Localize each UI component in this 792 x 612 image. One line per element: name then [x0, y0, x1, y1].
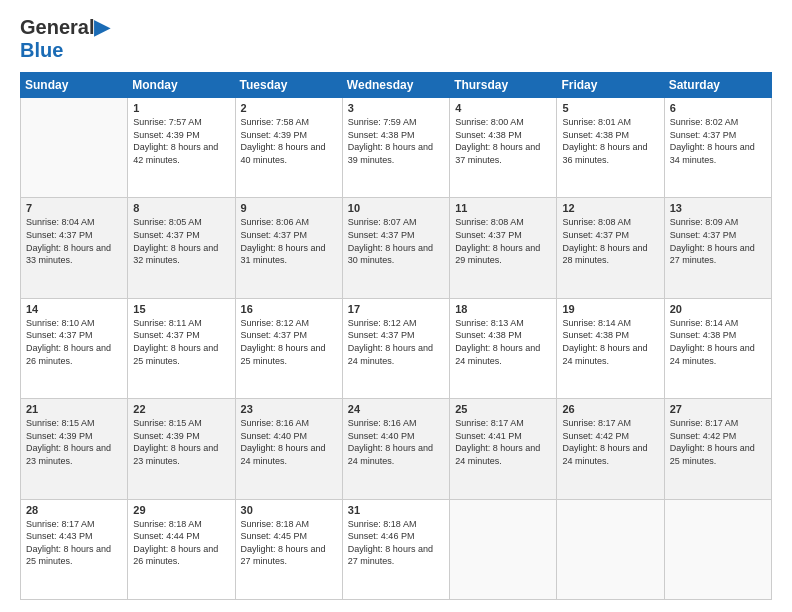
cell-info: Sunrise: 8:16 AMSunset: 4:40 PMDaylight:… — [348, 417, 444, 467]
page: General▶ Blue SundayMondayTuesdayWednesd… — [0, 0, 792, 612]
cell-info: Sunrise: 8:16 AMSunset: 4:40 PMDaylight:… — [241, 417, 337, 467]
calendar-week-row: 21 Sunrise: 8:15 AMSunset: 4:39 PMDaylig… — [21, 399, 772, 499]
day-number: 14 — [26, 303, 122, 315]
cell-info: Sunrise: 7:57 AMSunset: 4:39 PMDaylight:… — [133, 116, 229, 166]
calendar-cell — [557, 499, 664, 599]
cell-info: Sunrise: 8:18 AMSunset: 4:46 PMDaylight:… — [348, 518, 444, 568]
cell-info: Sunrise: 8:09 AMSunset: 4:37 PMDaylight:… — [670, 216, 766, 266]
day-number: 21 — [26, 403, 122, 415]
day-number: 5 — [562, 102, 658, 114]
calendar-cell: 17 Sunrise: 8:12 AMSunset: 4:37 PMDaylig… — [342, 298, 449, 398]
day-number: 24 — [348, 403, 444, 415]
calendar-cell: 24 Sunrise: 8:16 AMSunset: 4:40 PMDaylig… — [342, 399, 449, 499]
day-number: 30 — [241, 504, 337, 516]
day-number: 1 — [133, 102, 229, 114]
calendar-week-row: 7 Sunrise: 8:04 AMSunset: 4:37 PMDayligh… — [21, 198, 772, 298]
day-number: 23 — [241, 403, 337, 415]
calendar-cell: 25 Sunrise: 8:17 AMSunset: 4:41 PMDaylig… — [450, 399, 557, 499]
calendar-cell: 5 Sunrise: 8:01 AMSunset: 4:38 PMDayligh… — [557, 98, 664, 198]
calendar-day-header: Tuesday — [235, 73, 342, 98]
cell-info: Sunrise: 8:08 AMSunset: 4:37 PMDaylight:… — [455, 216, 551, 266]
cell-info: Sunrise: 8:06 AMSunset: 4:37 PMDaylight:… — [241, 216, 337, 266]
calendar-cell: 6 Sunrise: 8:02 AMSunset: 4:37 PMDayligh… — [664, 98, 771, 198]
day-number: 6 — [670, 102, 766, 114]
calendar-day-header: Saturday — [664, 73, 771, 98]
calendar-cell — [21, 98, 128, 198]
calendar-cell: 29 Sunrise: 8:18 AMSunset: 4:44 PMDaylig… — [128, 499, 235, 599]
calendar-week-row: 1 Sunrise: 7:57 AMSunset: 4:39 PMDayligh… — [21, 98, 772, 198]
day-number: 28 — [26, 504, 122, 516]
day-number: 17 — [348, 303, 444, 315]
calendar-cell: 16 Sunrise: 8:12 AMSunset: 4:37 PMDaylig… — [235, 298, 342, 398]
cell-info: Sunrise: 8:15 AMSunset: 4:39 PMDaylight:… — [26, 417, 122, 467]
calendar-cell: 22 Sunrise: 8:15 AMSunset: 4:39 PMDaylig… — [128, 399, 235, 499]
day-number: 8 — [133, 202, 229, 214]
day-number: 3 — [348, 102, 444, 114]
calendar-cell — [664, 499, 771, 599]
calendar-cell: 4 Sunrise: 8:00 AMSunset: 4:38 PMDayligh… — [450, 98, 557, 198]
day-number: 16 — [241, 303, 337, 315]
calendar-cell: 19 Sunrise: 8:14 AMSunset: 4:38 PMDaylig… — [557, 298, 664, 398]
calendar-day-header: Sunday — [21, 73, 128, 98]
calendar-cell: 7 Sunrise: 8:04 AMSunset: 4:37 PMDayligh… — [21, 198, 128, 298]
day-number: 22 — [133, 403, 229, 415]
calendar-cell: 18 Sunrise: 8:13 AMSunset: 4:38 PMDaylig… — [450, 298, 557, 398]
calendar-cell: 13 Sunrise: 8:09 AMSunset: 4:37 PMDaylig… — [664, 198, 771, 298]
calendar-cell: 30 Sunrise: 8:18 AMSunset: 4:45 PMDaylig… — [235, 499, 342, 599]
calendar-day-header: Wednesday — [342, 73, 449, 98]
cell-info: Sunrise: 8:12 AMSunset: 4:37 PMDaylight:… — [348, 317, 444, 367]
calendar-day-header: Friday — [557, 73, 664, 98]
cell-info: Sunrise: 8:11 AMSunset: 4:37 PMDaylight:… — [133, 317, 229, 367]
day-number: 9 — [241, 202, 337, 214]
day-number: 11 — [455, 202, 551, 214]
calendar-header-row: SundayMondayTuesdayWednesdayThursdayFrid… — [21, 73, 772, 98]
cell-info: Sunrise: 7:59 AMSunset: 4:38 PMDaylight:… — [348, 116, 444, 166]
day-number: 13 — [670, 202, 766, 214]
day-number: 19 — [562, 303, 658, 315]
calendar-cell: 14 Sunrise: 8:10 AMSunset: 4:37 PMDaylig… — [21, 298, 128, 398]
calendar-cell: 11 Sunrise: 8:08 AMSunset: 4:37 PMDaylig… — [450, 198, 557, 298]
cell-info: Sunrise: 8:18 AMSunset: 4:45 PMDaylight:… — [241, 518, 337, 568]
cell-info: Sunrise: 8:02 AMSunset: 4:37 PMDaylight:… — [670, 116, 766, 166]
cell-info: Sunrise: 8:00 AMSunset: 4:38 PMDaylight:… — [455, 116, 551, 166]
calendar-week-row: 28 Sunrise: 8:17 AMSunset: 4:43 PMDaylig… — [21, 499, 772, 599]
cell-info: Sunrise: 8:10 AMSunset: 4:37 PMDaylight:… — [26, 317, 122, 367]
calendar-day-header: Monday — [128, 73, 235, 98]
day-number: 2 — [241, 102, 337, 114]
calendar-cell: 1 Sunrise: 7:57 AMSunset: 4:39 PMDayligh… — [128, 98, 235, 198]
calendar-cell: 9 Sunrise: 8:06 AMSunset: 4:37 PMDayligh… — [235, 198, 342, 298]
cell-info: Sunrise: 8:12 AMSunset: 4:37 PMDaylight:… — [241, 317, 337, 367]
cell-info: Sunrise: 8:04 AMSunset: 4:37 PMDaylight:… — [26, 216, 122, 266]
day-number: 4 — [455, 102, 551, 114]
calendar-cell: 15 Sunrise: 8:11 AMSunset: 4:37 PMDaylig… — [128, 298, 235, 398]
calendar-cell: 20 Sunrise: 8:14 AMSunset: 4:38 PMDaylig… — [664, 298, 771, 398]
cell-info: Sunrise: 7:58 AMSunset: 4:39 PMDaylight:… — [241, 116, 337, 166]
calendar-cell: 8 Sunrise: 8:05 AMSunset: 4:37 PMDayligh… — [128, 198, 235, 298]
cell-info: Sunrise: 8:18 AMSunset: 4:44 PMDaylight:… — [133, 518, 229, 568]
cell-info: Sunrise: 8:08 AMSunset: 4:37 PMDaylight:… — [562, 216, 658, 266]
cell-info: Sunrise: 8:17 AMSunset: 4:41 PMDaylight:… — [455, 417, 551, 467]
calendar-cell: 21 Sunrise: 8:15 AMSunset: 4:39 PMDaylig… — [21, 399, 128, 499]
day-number: 10 — [348, 202, 444, 214]
cell-info: Sunrise: 8:15 AMSunset: 4:39 PMDaylight:… — [133, 417, 229, 467]
cell-info: Sunrise: 8:14 AMSunset: 4:38 PMDaylight:… — [562, 317, 658, 367]
calendar-cell: 10 Sunrise: 8:07 AMSunset: 4:37 PMDaylig… — [342, 198, 449, 298]
calendar-cell — [450, 499, 557, 599]
day-number: 29 — [133, 504, 229, 516]
cell-info: Sunrise: 8:05 AMSunset: 4:37 PMDaylight:… — [133, 216, 229, 266]
cell-info: Sunrise: 8:17 AMSunset: 4:42 PMDaylight:… — [562, 417, 658, 467]
day-number: 12 — [562, 202, 658, 214]
cell-info: Sunrise: 8:17 AMSunset: 4:43 PMDaylight:… — [26, 518, 122, 568]
logo: General▶ Blue — [20, 16, 109, 62]
day-number: 27 — [670, 403, 766, 415]
calendar-cell: 12 Sunrise: 8:08 AMSunset: 4:37 PMDaylig… — [557, 198, 664, 298]
day-number: 7 — [26, 202, 122, 214]
calendar-cell: 26 Sunrise: 8:17 AMSunset: 4:42 PMDaylig… — [557, 399, 664, 499]
cell-info: Sunrise: 8:07 AMSunset: 4:37 PMDaylight:… — [348, 216, 444, 266]
calendar-body: 1 Sunrise: 7:57 AMSunset: 4:39 PMDayligh… — [21, 98, 772, 600]
calendar-week-row: 14 Sunrise: 8:10 AMSunset: 4:37 PMDaylig… — [21, 298, 772, 398]
calendar-cell: 23 Sunrise: 8:16 AMSunset: 4:40 PMDaylig… — [235, 399, 342, 499]
day-number: 25 — [455, 403, 551, 415]
cell-info: Sunrise: 8:13 AMSunset: 4:38 PMDaylight:… — [455, 317, 551, 367]
calendar-day-header: Thursday — [450, 73, 557, 98]
